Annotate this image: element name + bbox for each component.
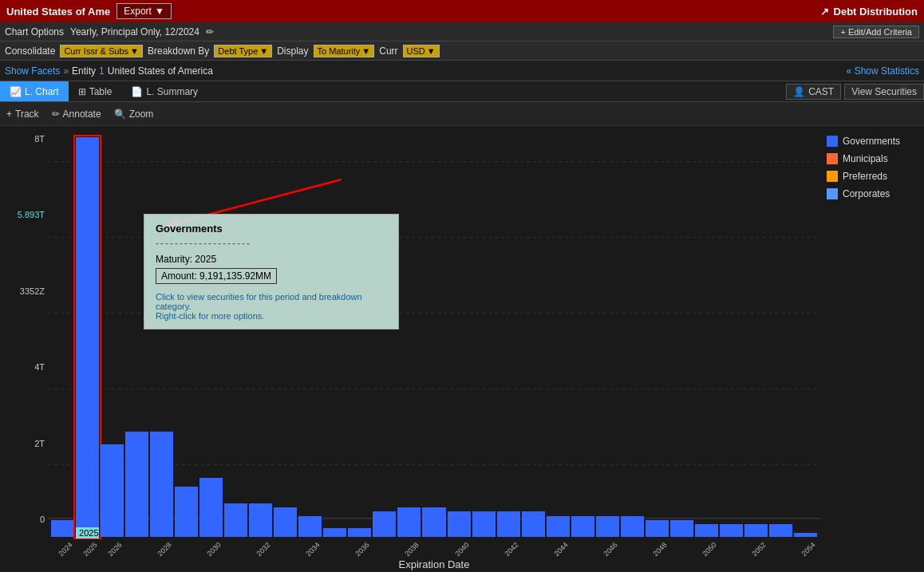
bar[interactable]: [298, 516, 322, 537]
table-tab-label: Table: [89, 86, 113, 97]
amount-value: 9,191,135.92MM: [199, 270, 271, 282]
tab-chart[interactable]: 📈 L. Chart: [0, 81, 69, 101]
amount-display: Amount: 9,191,135.92MM: [156, 268, 277, 284]
export-label: Export: [124, 6, 152, 17]
bar[interactable]: [51, 520, 74, 537]
maturity-label: Maturity:: [156, 254, 192, 265]
debt-distribution-label: Debt Distribution: [834, 6, 918, 18]
chart-icon: 📈: [10, 86, 22, 97]
tooltip-info: Click to view securities for this period…: [156, 292, 387, 321]
bar[interactable]: [373, 511, 396, 537]
bar[interactable]: [448, 511, 471, 537]
bar[interactable]: [472, 511, 496, 537]
bar[interactable]: [744, 524, 768, 537]
cast-label: CAST: [808, 86, 834, 97]
show-statistics-button[interactable]: « Show Statistics: [847, 65, 919, 77]
to-maturity-dropdown[interactable]: To Maturity ▼: [314, 45, 375, 57]
bar[interactable]: [547, 516, 570, 537]
legend-item: Corporates: [827, 188, 918, 199]
annotate-label: Annotate: [63, 108, 101, 120]
title-bar-right: ↗ Debt Distribution: [820, 6, 918, 18]
bar[interactable]: [323, 528, 346, 537]
selected-year-label: 2025: [76, 527, 99, 538]
bar[interactable]: [101, 444, 124, 537]
arrow-right-icon: »: [63, 65, 69, 77]
legend-color-box: [827, 136, 838, 147]
entity-name: United States of Ame: [6, 6, 110, 18]
legend-label: Corporates: [843, 188, 890, 199]
track-button[interactable]: + Track: [6, 108, 39, 120]
bar[interactable]: [720, 524, 743, 537]
chart-tab-label: L. Chart: [25, 86, 59, 97]
bar[interactable]: [76, 137, 99, 537]
title-bar-left: United States of Ame Export ▼: [6, 3, 172, 19]
bar[interactable]: [199, 478, 223, 537]
usd-dropdown[interactable]: USD ▼: [403, 45, 440, 57]
legend-label: Preferreds: [843, 171, 887, 182]
view-securities-button[interactable]: View Securities: [844, 84, 924, 100]
entity-full-name: United States of America: [108, 65, 213, 77]
tab-bar: 📈 L. Chart ⊞ Table 📄 L. Summary 👤 CAST V…: [0, 81, 924, 102]
bar[interactable]: [670, 520, 693, 537]
breakdown-label: Breakdown By: [148, 45, 209, 57]
maturity-value: 2025: [195, 254, 216, 265]
chart-canvas: Governments -------------------- Maturit…: [48, 126, 820, 572]
display-label: Display: [277, 45, 308, 57]
curr-label: Curr: [379, 45, 397, 57]
bar[interactable]: [596, 516, 619, 537]
y-label-0: 0: [3, 515, 45, 524]
y-label-2t: 2T: [3, 439, 45, 448]
tooltip: Governments -------------------- Maturit…: [144, 214, 399, 329]
debt-type-dropdown[interactable]: Debt Type ▼: [214, 45, 272, 57]
bar[interactable]: [695, 524, 718, 537]
arrow-left-icon: «: [847, 65, 852, 77]
legend-label: Governments: [843, 136, 900, 147]
bar[interactable]: [175, 487, 198, 537]
edit-add-criteria-button[interactable]: + Edit/Add Criteria: [833, 26, 919, 38]
chart-options-bar: Chart Options Yearly, Principal Only, 12…: [0, 22, 924, 41]
bar[interactable]: [794, 533, 817, 537]
legend-color-box: [827, 188, 838, 199]
consolidate-bar: Consolidate Curr Issr & Subs ▼ Breakdown…: [0, 41, 924, 61]
zoom-label: Zoom: [129, 108, 154, 120]
legend-label: Municipals: [843, 153, 888, 164]
show-facets-button[interactable]: Show Facets: [5, 65, 60, 77]
bar[interactable]: [397, 507, 421, 537]
entity-label: Entity: [72, 65, 96, 77]
x-axis-labels: 2024202520262028203020322034203620382040…: [51, 546, 817, 554]
bar[interactable]: [422, 507, 445, 537]
summary-tab-label: L. Summary: [146, 86, 198, 97]
bar[interactable]: [571, 516, 594, 537]
annotate-icon: ✏: [52, 108, 60, 120]
bar[interactable]: [497, 511, 520, 537]
bar[interactable]: [150, 432, 173, 537]
legend-item: Municipals: [827, 153, 918, 164]
show-stats-label: Show Statistics: [855, 65, 919, 77]
bar[interactable]: [125, 432, 148, 537]
bar[interactable]: [224, 503, 247, 537]
bar[interactable]: [249, 503, 272, 537]
annotate-button[interactable]: ✏ Annotate: [52, 108, 101, 120]
tooltip-maturity: Maturity: 2025: [156, 254, 387, 265]
edit-button[interactable]: ✏: [206, 26, 214, 37]
y-label-8t: 8T: [3, 134, 45, 144]
export-button[interactable]: Export ▼: [116, 3, 172, 19]
track-label: Track: [15, 108, 39, 120]
bar[interactable]: [348, 528, 371, 537]
y-label-4t: 4T: [3, 362, 45, 372]
cast-button[interactable]: 👤 CAST: [786, 84, 841, 100]
curr-issr-dropdown[interactable]: Curr Issr & Subs ▼: [60, 45, 143, 57]
tab-table[interactable]: ⊞ Table: [69, 81, 122, 101]
bar[interactable]: [769, 524, 792, 537]
cast-person-icon: 👤: [793, 86, 805, 97]
zoom-icon: 🔍: [114, 108, 126, 120]
bars-container: [51, 137, 817, 537]
bar[interactable]: [621, 516, 644, 537]
table-icon: ⊞: [78, 86, 86, 97]
zoom-button[interactable]: 🔍 Zoom: [114, 108, 154, 120]
tab-summary[interactable]: 📄 L. Summary: [121, 81, 207, 101]
bar[interactable]: [522, 511, 545, 537]
amount-label: Amount:: [161, 270, 197, 282]
bar[interactable]: [274, 507, 297, 537]
bar[interactable]: [646, 520, 669, 537]
